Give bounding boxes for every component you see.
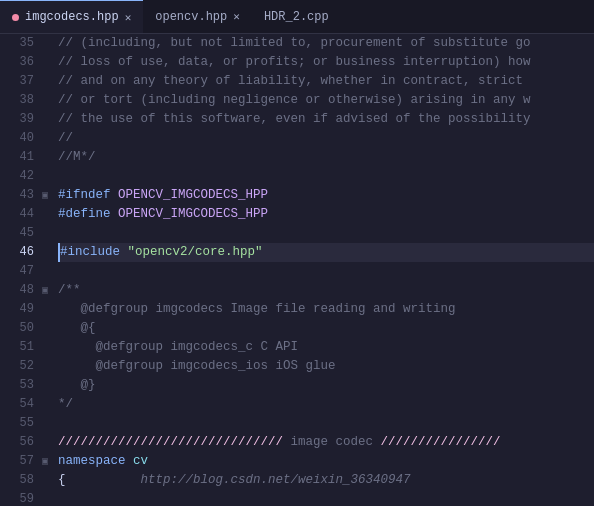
token: namespace: [58, 454, 133, 468]
code-line-37: // and on any theory of liability, wheth…: [58, 72, 594, 91]
code-line-39: // the use of this software, even if adv…: [58, 110, 594, 129]
tab-label-imgcodecs: imgcodecs.hpp: [25, 10, 119, 24]
token: // loss of use, data, or profits; or bus…: [58, 55, 531, 69]
close-tab-imgcodecs[interactable]: ✕: [125, 11, 132, 24]
line-number-40: 40: [0, 129, 34, 148]
token: OPENCV_IMGCODECS_HPP: [118, 188, 268, 202]
tab-label-opencv: opencv.hpp: [155, 10, 227, 24]
line-number-44: 44: [0, 205, 34, 224]
tab-label-hdr: HDR_2.cpp: [264, 10, 329, 24]
line-number-37: 37: [0, 72, 34, 91]
code-line-50: @{: [58, 319, 594, 338]
token: // and on any theory of liability, wheth…: [58, 74, 523, 88]
code-line-59: [58, 490, 594, 506]
fold-indicator-37: [42, 72, 56, 91]
editor-window: imgcodecs.hpp ✕ opencv.hpp ✕ HDR_2.cpp 3…: [0, 0, 594, 506]
line-number-36: 36: [0, 53, 34, 72]
token: */: [58, 397, 73, 411]
fold-indicator-46: [42, 243, 56, 262]
code-line-53: @}: [58, 376, 594, 395]
fold-indicator-48[interactable]: ▣: [42, 281, 56, 300]
token: #ifndef: [58, 188, 118, 202]
fold-indicator-35: [42, 34, 56, 53]
tab-hdr[interactable]: HDR_2.cpp: [252, 0, 341, 33]
modified-indicator: [12, 14, 19, 21]
code-line-40: //: [58, 129, 594, 148]
fold-indicator-50: [42, 319, 56, 338]
line-numbers: 3536373839404142434445464748495051525354…: [0, 34, 42, 506]
fold-indicator-51: [42, 338, 56, 357]
line-number-48: 48: [0, 281, 34, 300]
token: //////////////////////////////: [58, 435, 283, 449]
code-line-42: [58, 167, 594, 186]
token: //M*/: [58, 150, 96, 164]
token: @{: [58, 321, 96, 335]
line-number-51: 51: [0, 338, 34, 357]
fold-indicator-40: [42, 129, 56, 148]
token: // (including, but not limited to, procu…: [58, 36, 531, 50]
line-number-39: 39: [0, 110, 34, 129]
code-line-48: /**: [58, 281, 594, 300]
fold-indicator-47: [42, 262, 56, 281]
token: ////////////////: [381, 435, 501, 449]
fold-indicator-58: [42, 471, 56, 490]
token: // the use of this software, even if adv…: [58, 112, 531, 126]
token: // or tort (including negligence or othe…: [58, 93, 531, 107]
line-number-55: 55: [0, 414, 34, 433]
token: /**: [58, 283, 81, 297]
fold-indicator-42: [42, 167, 56, 186]
line-number-57: 57: [0, 452, 34, 471]
token: @defgroup imgcodecs_ios iOS glue: [58, 359, 336, 373]
line-number-54: 54: [0, 395, 34, 414]
code-line-49: @defgroup imgcodecs Image file reading a…: [58, 300, 594, 319]
line-number-52: 52: [0, 357, 34, 376]
fold-indicator-56: [42, 433, 56, 452]
token: http://blog.csdn.net/weixin_36340947: [66, 473, 411, 487]
line-number-35: 35: [0, 34, 34, 53]
line-number-53: 53: [0, 376, 34, 395]
code-line-55: [58, 414, 594, 433]
code-line-47: [58, 262, 594, 281]
code-line-38: // or tort (including negligence or othe…: [58, 91, 594, 110]
code-line-45: [58, 224, 594, 243]
code-area[interactable]: // (including, but not limited to, procu…: [56, 34, 594, 506]
line-number-45: 45: [0, 224, 34, 243]
code-line-57: namespace cv: [58, 452, 594, 471]
code-line-36: // loss of use, data, or profits; or bus…: [58, 53, 594, 72]
line-number-46: 46: [0, 243, 34, 262]
close-tab-opencv[interactable]: ✕: [233, 10, 240, 23]
token: //: [58, 131, 73, 145]
fold-indicator-53: [42, 376, 56, 395]
fold-indicator-43[interactable]: ▣: [42, 186, 56, 205]
line-number-41: 41: [0, 148, 34, 167]
tab-opencv[interactable]: opencv.hpp ✕: [143, 0, 252, 33]
fold-indicator-52: [42, 357, 56, 376]
code-line-51: @defgroup imgcodecs_c C API: [58, 338, 594, 357]
fold-indicator-45: [42, 224, 56, 243]
line-number-59: 59: [0, 490, 34, 506]
line-number-56: 56: [0, 433, 34, 452]
fold-column: ▣▣▣: [42, 34, 56, 506]
token: #define: [58, 207, 118, 221]
token: "opencv2/core.hpp": [128, 245, 263, 259]
code-line-52: @defgroup imgcodecs_ios iOS glue: [58, 357, 594, 376]
fold-indicator-38: [42, 91, 56, 110]
token: @}: [58, 378, 96, 392]
code-line-58: { http://blog.csdn.net/weixin_36340947: [58, 471, 594, 490]
code-line-46: #include "opencv2/core.hpp": [58, 243, 594, 262]
line-number-58: 58: [0, 471, 34, 490]
line-number-42: 42: [0, 167, 34, 186]
code-line-44: #define OPENCV_IMGCODECS_HPP: [58, 205, 594, 224]
tab-bar: imgcodecs.hpp ✕ opencv.hpp ✕ HDR_2.cpp: [0, 0, 594, 34]
fold-indicator-54: [42, 395, 56, 414]
code-line-54: */: [58, 395, 594, 414]
fold-indicator-57[interactable]: ▣: [42, 452, 56, 471]
code-editor: 3536373839404142434445464748495051525354…: [0, 34, 594, 506]
tab-imgcodecs[interactable]: imgcodecs.hpp ✕: [0, 0, 143, 33]
token: OPENCV_IMGCODECS_HPP: [118, 207, 268, 221]
code-line-41: //M*/: [58, 148, 594, 167]
fold-indicator-59: [42, 490, 56, 506]
line-number-38: 38: [0, 91, 34, 110]
fold-indicator-39: [42, 110, 56, 129]
token: @defgroup imgcodecs_c C API: [58, 340, 298, 354]
